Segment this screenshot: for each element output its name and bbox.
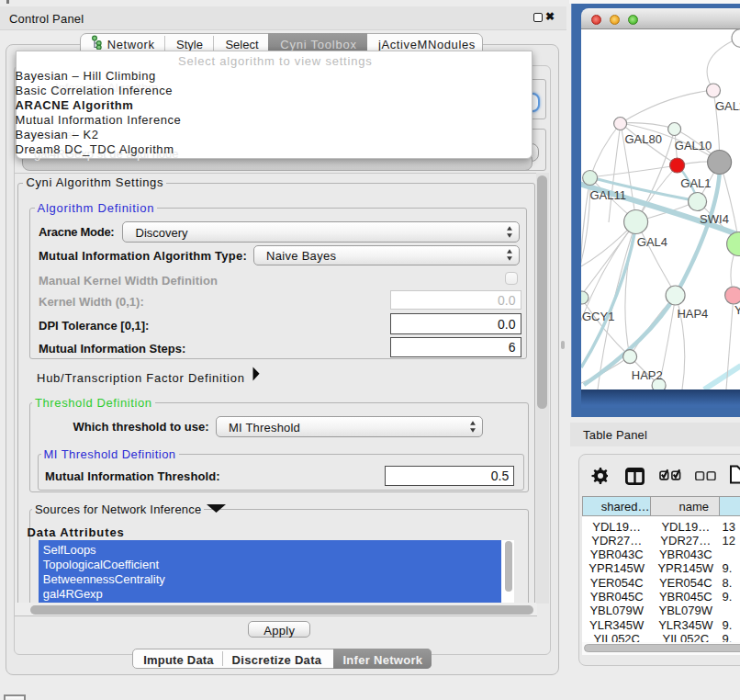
svg-text:GAL4: GAL4	[637, 235, 667, 249]
svg-text:GAL10: GAL10	[675, 139, 712, 152]
svg-text:GAL1: GAL1	[680, 176, 711, 190]
svg-text:GAL80: GAL80	[625, 132, 662, 146]
svg-text:HAP4: HAP4	[677, 307, 708, 321]
svg-text:GAL11: GAL11	[590, 188, 627, 202]
svg-text:GCY1: GCY1	[582, 310, 614, 323]
svg-text:SWI4: SWI4	[700, 212, 729, 226]
svg-text:YEL0: YEL0	[734, 303, 740, 317]
svg-text:GAL2: GAL2	[715, 99, 740, 113]
svg-text:HAP2: HAP2	[632, 368, 663, 382]
